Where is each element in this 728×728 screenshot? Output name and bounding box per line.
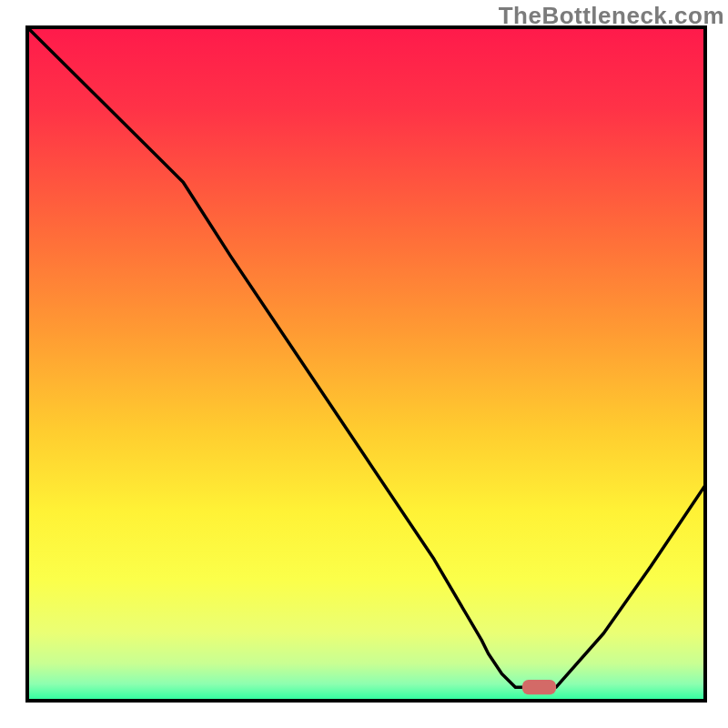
optimal-marker [522, 680, 556, 694]
watermark-text: TheBottleneck.com [499, 2, 724, 30]
bottleneck-chart [0, 0, 728, 728]
chart-container: TheBottleneck.com [0, 0, 728, 728]
